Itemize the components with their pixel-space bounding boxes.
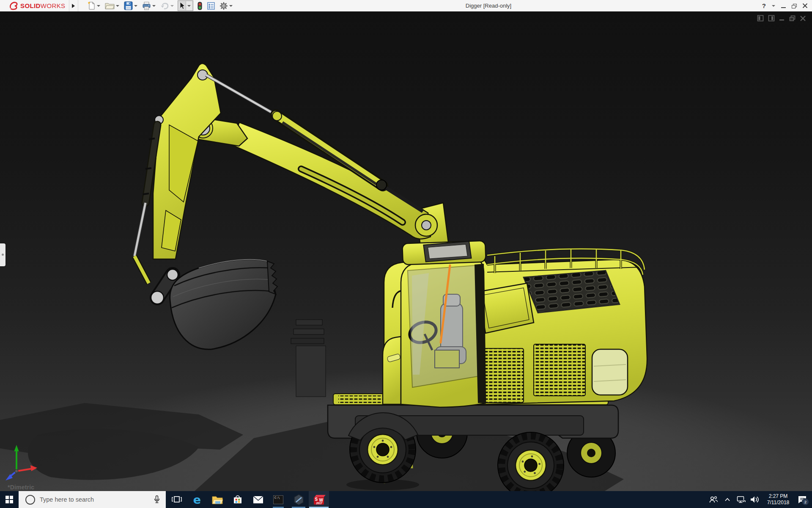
print-icon — [142, 2, 151, 10]
graphics-area[interactable]: *Dimetric — [0, 11, 812, 491]
viewport-close-icon[interactable] — [800, 15, 806, 22]
file-explorer-button[interactable] — [207, 491, 228, 508]
microphone-icon[interactable] — [154, 495, 160, 504]
quick-toolbar — [87, 0, 233, 11]
volume-icon — [750, 496, 760, 503]
traffic-light-icon — [197, 2, 203, 10]
options-button[interactable] — [219, 1, 233, 11]
help-dropdown-caret[interactable] — [772, 5, 775, 7]
tray-date: 7/11/2018 — [764, 500, 792, 506]
menu-flyout-button[interactable] — [69, 0, 78, 11]
tray-overflow-button[interactable] — [722, 491, 732, 508]
task-view-icon — [172, 495, 182, 504]
solidworks-2017-icon: SW 2017 — [313, 494, 325, 505]
bucket-assembly — [151, 260, 277, 350]
mail-button[interactable] — [248, 491, 268, 508]
traffic-light-button[interactable] — [196, 1, 203, 11]
document-window-controls — [757, 15, 806, 22]
brand-light: WORKS — [41, 2, 66, 9]
volume-button[interactable] — [750, 491, 760, 508]
chevron-up-icon — [724, 497, 730, 502]
undo-dropdown-caret[interactable] — [170, 5, 174, 7]
digger-3d-model — [0, 11, 812, 491]
dassault-3s-icon — [8, 1, 19, 11]
save-floppy-icon — [124, 1, 133, 10]
new-dropdown-caret[interactable] — [97, 5, 100, 7]
open-folder-icon — [105, 2, 115, 10]
tray-time: 2:27 PM — [764, 493, 792, 500]
options-dropdown-caret[interactable] — [229, 5, 233, 7]
system-tray: 2:27 PM 7/11/2018 2 — [708, 491, 812, 508]
print-dropdown-caret[interactable] — [152, 5, 156, 7]
cortana-icon — [25, 495, 35, 505]
file-properties-button[interactable] — [206, 2, 216, 10]
save-button[interactable] — [123, 1, 138, 11]
undo-icon — [160, 2, 169, 10]
reference-triad — [3, 440, 44, 484]
restore-button[interactable] — [792, 4, 796, 8]
start-button[interactable] — [0, 491, 19, 508]
brand-text: SOLIDWORKS — [20, 2, 66, 9]
solidworks-2017-button[interactable]: SW 2017 — [309, 491, 329, 508]
hexagon-app-icon — [293, 494, 304, 505]
people-icon — [709, 496, 718, 503]
task-view-button[interactable] — [167, 491, 187, 508]
action-center-button[interactable]: 2 — [796, 491, 809, 508]
brand-bold: SOLID — [20, 2, 41, 9]
network-icon — [737, 496, 746, 503]
boom-assembly — [134, 64, 449, 283]
mail-icon — [253, 496, 263, 504]
windows-logo-icon — [5, 496, 13, 503]
people-button[interactable] — [708, 491, 719, 508]
help-button[interactable]: ? — [762, 2, 766, 9]
document-title: Digger [Read-only] — [440, 0, 537, 11]
windows-taskbar: Type here to search e — [0, 491, 812, 508]
titlebar: SOLIDWORKS — [0, 0, 812, 12]
edge-icon: e — [193, 494, 201, 505]
edge-button[interactable]: e — [187, 491, 207, 508]
open-dropdown-caret[interactable] — [116, 5, 119, 7]
select-dropdown-caret[interactable] — [186, 1, 192, 10]
search-placeholder: Type here to search — [40, 496, 94, 503]
notification-badge: 2 — [802, 498, 809, 505]
window-controls: ? — [762, 0, 808, 11]
file-properties-icon — [207, 2, 215, 10]
taskbar-apps: e C:\ — [167, 491, 329, 508]
solidworks-logo: SOLIDWORKS — [0, 0, 66, 11]
network-button[interactable] — [736, 491, 746, 508]
clock[interactable]: 2:27 PM 7/11/2018 — [764, 493, 792, 506]
viewport-restore-icon[interactable] — [789, 15, 796, 22]
hexagon-cad-app-button[interactable] — [288, 491, 309, 508]
select-cursor-icon — [179, 2, 186, 10]
command-prompt-button[interactable]: C:\ — [268, 491, 288, 508]
minimize-button[interactable] — [781, 7, 786, 8]
task-pane-collapsed-tab[interactable] — [0, 243, 5, 266]
new-document-button[interactable] — [87, 1, 101, 11]
undo-button[interactable] — [159, 1, 175, 10]
close-button[interactable] — [802, 3, 808, 8]
save-dropdown-caret[interactable] — [134, 5, 137, 7]
pane-toggle-left-icon[interactable] — [757, 15, 764, 22]
flyout-arrow-icon — [72, 4, 75, 8]
select-tool-button[interactable] — [178, 0, 193, 11]
file-explorer-icon — [212, 495, 223, 504]
pane-tab-dot-icon — [2, 254, 4, 256]
open-button[interactable] — [104, 1, 120, 10]
viewport-minimize-icon[interactable] — [779, 15, 785, 22]
command-prompt-icon: C:\ — [273, 495, 283, 504]
taskbar-search-input[interactable]: Type here to search — [19, 491, 166, 508]
view-orientation-label: *Dimetric — [8, 484, 34, 491]
gear-icon — [219, 2, 228, 10]
pane-toggle-right-icon[interactable] — [768, 15, 775, 22]
store-icon — [233, 494, 243, 505]
print-button[interactable] — [141, 1, 156, 11]
new-document-icon — [88, 1, 96, 10]
store-button[interactable] — [228, 491, 248, 508]
